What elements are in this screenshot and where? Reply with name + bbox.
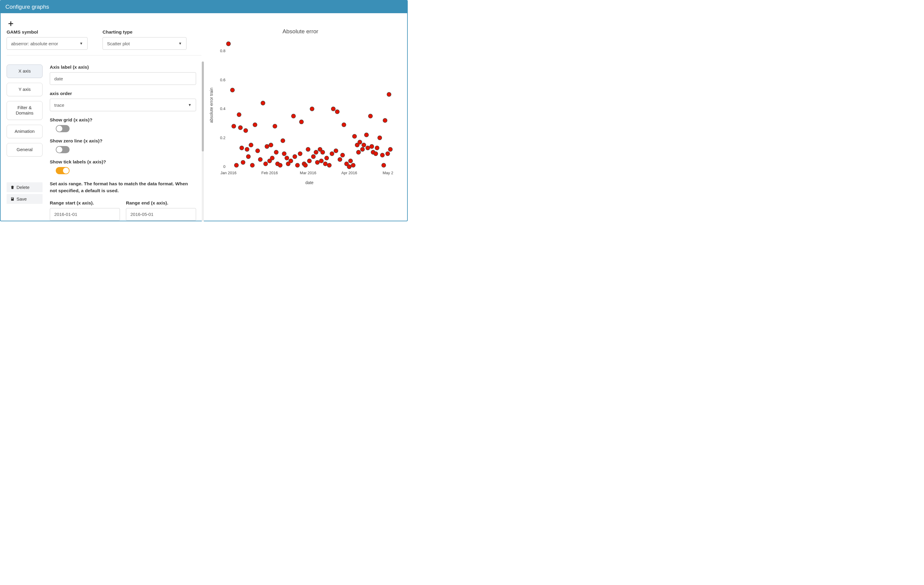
- svg-text:0.2: 0.2: [220, 136, 226, 140]
- svg-point-42: [289, 159, 293, 163]
- show-zero-toggle[interactable]: [56, 146, 69, 153]
- svg-point-19: [241, 160, 245, 165]
- tab-animation[interactable]: Animation: [7, 125, 43, 138]
- tab-filter-domains[interactable]: Filter & Domains: [7, 101, 43, 120]
- axis-label-input[interactable]: [50, 72, 196, 85]
- svg-point-52: [310, 107, 314, 111]
- svg-point-40: [285, 156, 289, 160]
- show-tick-toggle[interactable]: [56, 167, 69, 174]
- svg-point-62: [330, 152, 334, 156]
- svg-point-49: [304, 163, 308, 167]
- tab-general[interactable]: General: [7, 143, 43, 157]
- delete-button[interactable]: Delete: [7, 182, 43, 192]
- svg-point-32: [269, 143, 273, 147]
- titlebar: Configure graphs: [1, 1, 407, 13]
- svg-point-60: [325, 156, 329, 160]
- caret-down-icon: ▼: [178, 41, 182, 46]
- range-end-input[interactable]: [126, 208, 196, 221]
- svg-point-72: [351, 163, 355, 167]
- svg-point-46: [298, 152, 302, 156]
- svg-point-12: [226, 42, 231, 46]
- svg-point-54: [314, 150, 318, 154]
- svg-point-89: [383, 119, 387, 122]
- save-label: Save: [16, 197, 27, 202]
- svg-point-33: [270, 156, 274, 160]
- charting-type-value: Scatter plot: [107, 41, 130, 46]
- axis-order-value: trace: [54, 102, 64, 107]
- scrollbar-thumb[interactable]: [202, 61, 204, 151]
- svg-point-61: [327, 163, 331, 167]
- svg-point-35: [274, 150, 278, 154]
- svg-point-85: [375, 146, 379, 150]
- action-buttons: Delete Save: [7, 182, 43, 204]
- axis-order-select[interactable]: trace ▼: [50, 99, 196, 111]
- svg-point-92: [388, 147, 393, 151]
- svg-point-57: [319, 159, 323, 163]
- svg-text:date: date: [305, 180, 313, 185]
- svg-text:0.4: 0.4: [220, 106, 226, 111]
- svg-text:0.6: 0.6: [220, 78, 226, 82]
- toggle-knob: [56, 147, 63, 153]
- charting-type-select[interactable]: Scatter plot ▼: [102, 37, 186, 50]
- save-icon: [10, 197, 15, 201]
- svg-text:May 20: May 20: [383, 170, 393, 175]
- show-zero-label: Show zero line (x axis)?: [50, 138, 196, 144]
- trash-icon: [10, 185, 15, 190]
- tab-general-label: General: [16, 147, 32, 152]
- svg-point-43: [291, 114, 295, 118]
- svg-point-29: [264, 162, 268, 166]
- caret-down-icon: ▼: [79, 41, 83, 46]
- axis-order-group: axis order trace ▼: [50, 91, 196, 111]
- svg-point-75: [356, 150, 361, 154]
- config-pane: ＋ GAMS symbol abserror: absolute error ▼…: [7, 19, 201, 221]
- svg-point-88: [382, 163, 386, 167]
- save-button[interactable]: Save: [7, 194, 43, 204]
- svg-point-58: [320, 150, 325, 154]
- chart: Absolute error 00.20.40.60.8Jan 2016Feb …: [208, 28, 393, 188]
- tab-xaxis[interactable]: X axis: [7, 64, 43, 78]
- window: Configure graphs ＋ GAMS symbol abserror:…: [0, 0, 408, 221]
- svg-text:0: 0: [223, 164, 226, 169]
- show-zero-group: Show zero line (x axis)?: [50, 138, 196, 153]
- svg-point-65: [335, 110, 339, 114]
- range-end-group: Range end (x axis).: [126, 200, 196, 221]
- add-row: ＋: [7, 19, 201, 28]
- gams-symbol-group: GAMS symbol abserror: absolute error ▼: [7, 30, 87, 50]
- tab-yaxis-label: Y axis: [18, 87, 31, 92]
- svg-point-59: [323, 162, 327, 166]
- svg-point-39: [282, 152, 286, 156]
- svg-point-84: [374, 152, 378, 156]
- range-start-input[interactable]: [50, 208, 120, 221]
- svg-point-82: [370, 144, 374, 149]
- svg-text:Apr 2016: Apr 2016: [341, 170, 357, 175]
- svg-point-51: [307, 159, 312, 163]
- tab-yaxis[interactable]: Y axis: [7, 83, 43, 96]
- show-grid-toggle[interactable]: [56, 125, 69, 132]
- svg-point-21: [245, 147, 249, 151]
- svg-point-66: [338, 157, 342, 162]
- tab-column: X axis Y axis Filter & Domains Animation…: [7, 64, 43, 221]
- svg-point-30: [265, 144, 269, 149]
- svg-point-37: [278, 163, 282, 167]
- svg-point-16: [237, 112, 241, 117]
- svg-point-68: [342, 122, 346, 127]
- svg-point-78: [361, 143, 366, 147]
- svg-text:Feb 2016: Feb 2016: [261, 170, 278, 175]
- svg-point-44: [293, 154, 297, 159]
- range-end-label: Range end (x axis).: [126, 200, 196, 206]
- form-scrollbar[interactable]: [202, 61, 204, 221]
- axis-order-label: axis order: [50, 91, 196, 96]
- svg-point-63: [331, 107, 335, 111]
- svg-point-27: [258, 157, 262, 162]
- caret-down-icon: ▼: [188, 103, 191, 107]
- range-help-text: Set axis range. The format has to match …: [50, 180, 196, 194]
- add-graph-icon[interactable]: ＋: [7, 19, 15, 28]
- range-start-group: Range start (x axis).: [50, 200, 120, 221]
- svg-point-24: [250, 163, 254, 167]
- svg-point-38: [280, 139, 285, 143]
- svg-point-70: [347, 165, 351, 169]
- svg-point-79: [364, 133, 368, 137]
- chart-title: Absolute error: [208, 28, 393, 35]
- svg-point-73: [352, 134, 356, 139]
- gams-symbol-select[interactable]: abserror: absolute error ▼: [7, 37, 87, 50]
